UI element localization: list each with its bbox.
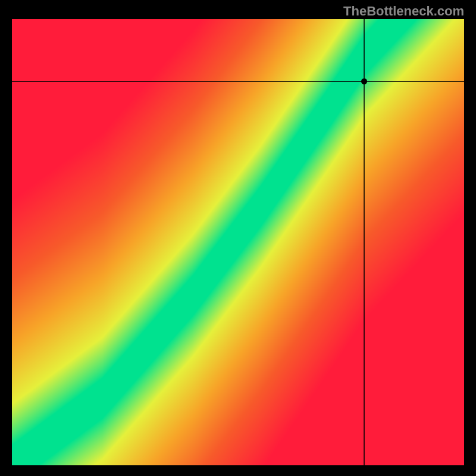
heatmap-chart [12, 19, 464, 465]
watermark-label: TheBottleneck.com [343, 4, 464, 19]
